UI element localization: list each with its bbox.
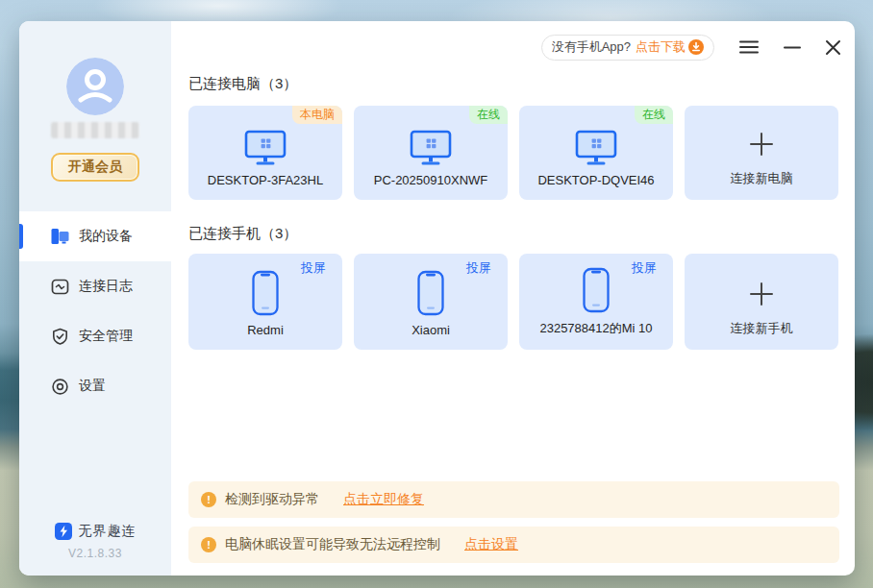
warning-icon: ! [201, 492, 216, 507]
download-app-button[interactable]: 没有手机App? 点击下载 [541, 35, 714, 61]
sidebar-item-label: 我的设备 [79, 228, 133, 245]
brand-footer: 无界趣连 V2.1.8.33 [19, 523, 171, 560]
phone-icon [414, 270, 447, 316]
warning-icon: ! [201, 537, 216, 552]
user-avatar-icon[interactable] [66, 58, 124, 115]
add-computer-card[interactable]: 连接新电脑 [685, 106, 838, 200]
device-name: DESKTOP-DQVEI46 [537, 173, 654, 187]
download-icon [688, 39, 704, 55]
phone-card[interactable]: 投屏 Redmi [188, 254, 342, 350]
plus-icon [748, 281, 775, 307]
log-icon [51, 278, 69, 296]
notice-text: 电脑休眠设置可能导致无法远程控制 [225, 536, 440, 553]
fix-driver-link[interactable]: 点击立即修复 [343, 491, 424, 508]
sidebar-menu: 我的设备 连接日志 安全管理 [19, 211, 171, 411]
brand-name: 无界趣连 [79, 523, 137, 540]
vip-button[interactable]: 开通会员 [51, 153, 139, 182]
download-prompt-text: 没有手机App? [552, 38, 631, 56]
computer-card[interactable]: 本电脑 DESKTOP-3FA23HL [188, 106, 342, 200]
app-version: V2.1.8.33 [19, 547, 171, 560]
cast-badge[interactable]: 投屏 [624, 258, 664, 277]
status-badge: 在线 [469, 106, 508, 124]
sidebar-item-my-devices[interactable]: 我的设备 [19, 211, 171, 261]
phone-icon [249, 270, 282, 316]
phones-section-title: 已连接手机（3） [188, 225, 855, 243]
phone-card[interactable]: 投屏 Xiaomi [354, 254, 508, 350]
device-name: DESKTOP-3FA23HL [208, 173, 323, 187]
device-name: PC-20250910XNWF [374, 173, 488, 187]
sidebar-item-label: 安全管理 [79, 328, 133, 345]
status-badge: 本电脑 [292, 106, 342, 124]
sidebar: 开通会员 我的设备 连接日志 [19, 21, 171, 576]
devices-icon [51, 228, 69, 246]
computer-card-row: 本电脑 DESKTOP-3FA23HL 在线 [188, 106, 855, 200]
plus-icon [748, 131, 775, 158]
computer-card[interactable]: 在线 DESKTOP-DQVEI46 [519, 106, 673, 200]
sidebar-item-connection-log[interactable]: 连接日志 [19, 261, 171, 311]
monitor-icon [574, 130, 618, 166]
main-content: 没有手机App? 点击下载 已连接电脑（3） 本电脑 [171, 21, 855, 576]
phone-card[interactable]: 投屏 2325788412的Mi 10 [519, 254, 673, 350]
minimize-icon[interactable] [784, 39, 801, 55]
download-link-text: 点击下载 [636, 38, 686, 56]
monitor-icon [409, 130, 453, 166]
add-phone-card[interactable]: 连接新手机 [685, 254, 838, 350]
close-icon[interactable] [825, 39, 841, 56]
brand-logo-icon [55, 523, 72, 540]
computer-card[interactable]: 在线 PC-20250910XNWF [354, 106, 508, 200]
add-computer-label: 连接新电脑 [731, 170, 793, 187]
phone-icon [580, 267, 612, 313]
sleep-warning-notice: ! 电脑休眠设置可能导致无法远程控制 点击设置 [188, 527, 839, 563]
computers-section-title: 已连接电脑（3） [188, 75, 855, 93]
status-badge: 在线 [635, 106, 673, 124]
sidebar-item-security[interactable]: 安全管理 [19, 311, 171, 361]
device-name: Redmi [247, 323, 284, 337]
sidebar-item-settings[interactable]: 设置 [19, 361, 171, 411]
add-phone-label: 连接新手机 [731, 320, 793, 337]
username-redacted [51, 122, 139, 138]
phone-card-row: 投屏 Redmi 投屏 Xiaomi 投屏 [188, 254, 855, 350]
shield-icon [51, 328, 69, 346]
device-name: Xiaomi [412, 323, 450, 337]
sidebar-item-label: 设置 [79, 378, 106, 395]
notice-text: 检测到驱动异常 [225, 491, 319, 508]
driver-warning-notice: ! 检测到驱动异常 点击立即修复 [188, 481, 839, 518]
hamburger-menu-icon[interactable] [738, 39, 760, 55]
sidebar-item-label: 连接日志 [79, 278, 133, 295]
sleep-settings-link[interactable]: 点击设置 [464, 536, 518, 553]
notice-list: ! 检测到驱动异常 点击立即修复 ! 电脑休眠设置可能导致无法远程控制 点击设置 [188, 481, 839, 563]
settings-icon [51, 378, 69, 396]
cast-badge[interactable]: 投屏 [293, 258, 334, 277]
titlebar: 没有手机App? 点击下载 [188, 21, 855, 67]
cast-badge[interactable]: 投屏 [459, 258, 499, 277]
app-window: 开通会员 我的设备 连接日志 [19, 21, 855, 576]
device-name: 2325788412的Mi 10 [539, 320, 652, 337]
monitor-icon [243, 130, 287, 166]
